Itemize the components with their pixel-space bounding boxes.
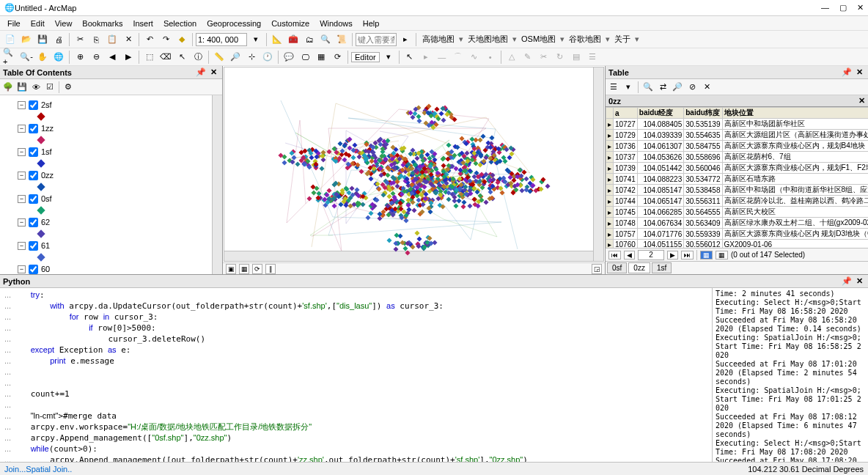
add-data-icon[interactable]: ◆ bbox=[174, 32, 189, 47]
map-point[interactable] bbox=[312, 191, 317, 196]
expand-icon[interactable]: − bbox=[18, 242, 26, 250]
layout-view-button[interactable]: ▦ bbox=[239, 264, 249, 274]
map-point[interactable] bbox=[332, 204, 337, 209]
map-point[interactable] bbox=[377, 186, 382, 191]
map-point[interactable] bbox=[355, 187, 360, 192]
map-point[interactable] bbox=[350, 185, 355, 191]
zoom-out-icon[interactable]: 🔍- bbox=[19, 50, 34, 65]
table-row[interactable]: ▸10739104.05144230.560046高新区大源寨东商业核心区内，规… bbox=[606, 163, 869, 174]
rotate-icon[interactable]: ↻ bbox=[553, 50, 567, 65]
map-point[interactable] bbox=[338, 202, 343, 207]
map-point[interactable] bbox=[455, 145, 460, 150]
map-point[interactable] bbox=[476, 203, 481, 208]
map-point[interactable] bbox=[454, 204, 459, 209]
map-point[interactable] bbox=[412, 207, 417, 213]
map-point[interactable] bbox=[356, 155, 361, 160]
table-row[interactable]: ▸10748104.06763430.563409高新区绿水康办双土村二组、十组… bbox=[606, 218, 869, 229]
layer-0sf[interactable]: −0sf bbox=[0, 192, 222, 205]
reshape-icon[interactable]: ✎ bbox=[521, 50, 535, 65]
close-pane-icon[interactable]: ✕ bbox=[208, 67, 219, 77]
show-all-button[interactable]: ▦ bbox=[700, 251, 713, 259]
data-view-button[interactable]: ▣ bbox=[226, 264, 236, 274]
show-selected-button[interactable]: ▦ bbox=[716, 251, 728, 259]
layer-62[interactable]: −62 bbox=[0, 216, 222, 229]
cut-icon[interactable]: ✂ bbox=[73, 32, 87, 47]
map-point[interactable] bbox=[439, 111, 444, 117]
zoom-in-icon[interactable]: 🔍+ bbox=[3, 50, 18, 65]
maximize-button[interactable]: ▢ bbox=[839, 3, 847, 12]
table-close-icon[interactable]: ✕ bbox=[854, 67, 865, 77]
refresh-view-button[interactable]: ⟳ bbox=[252, 264, 262, 274]
sketch-props-icon[interactable]: ☰ bbox=[585, 50, 600, 65]
python-code-area[interactable]: ... try: ... with arcpy.da.UpdateCursor(… bbox=[0, 288, 713, 462]
table-delete-icon[interactable]: ✕ bbox=[700, 81, 713, 94]
layer-checkbox[interactable] bbox=[29, 100, 38, 110]
map-point[interactable] bbox=[306, 196, 312, 201]
attributes-icon[interactable]: ▤ bbox=[569, 50, 584, 65]
measure-icon[interactable]: 📏 bbox=[212, 50, 227, 65]
map-canvas[interactable] bbox=[224, 67, 604, 262]
nav-page-input[interactable] bbox=[638, 250, 664, 260]
map-point[interactable] bbox=[545, 184, 550, 189]
row-selector[interactable]: ▸ bbox=[606, 185, 614, 196]
bottom-tab-0sf[interactable]: 0sf bbox=[607, 262, 627, 273]
map-point[interactable] bbox=[477, 138, 482, 143]
col-header[interactable] bbox=[606, 108, 614, 119]
map-point[interactable] bbox=[358, 169, 364, 174]
layer-checkbox[interactable] bbox=[29, 241, 38, 251]
table-grid[interactable]: abaidu经度baidu纬度地块位置▸10727104.08840530.53… bbox=[606, 107, 868, 248]
mapservice-OSM地图[interactable]: OSM地图 bbox=[518, 34, 559, 43]
mapservice-天地图地图[interactable]: 天地图地图 bbox=[465, 34, 511, 43]
map-scrollbar-v[interactable] bbox=[593, 67, 603, 261]
fixed-zoom-out-icon[interactable]: ⊖ bbox=[89, 50, 103, 65]
expand-icon[interactable]: − bbox=[18, 172, 26, 180]
map-point[interactable] bbox=[366, 150, 371, 155]
layer-0zz[interactable]: −0zz bbox=[0, 169, 222, 182]
layer-2sf[interactable]: −2sf bbox=[0, 98, 222, 111]
menu-file[interactable]: File bbox=[3, 18, 25, 29]
map-point[interactable] bbox=[523, 176, 529, 181]
goto-xy-icon[interactable]: ⊹ bbox=[244, 50, 259, 65]
python-pin-icon[interactable]: 📌 bbox=[839, 276, 854, 286]
mapservice-高德地图[interactable]: 高德地图 bbox=[419, 34, 457, 43]
map-point[interactable] bbox=[452, 117, 457, 122]
select-features-icon[interactable]: ⬚ bbox=[142, 50, 157, 65]
find-go-icon[interactable]: ▸ bbox=[398, 32, 413, 47]
table-switch-selection-icon[interactable]: ⇄ bbox=[656, 81, 669, 94]
list-by-drawing-icon[interactable]: 🌳 bbox=[1, 81, 15, 94]
delete-icon[interactable]: ✕ bbox=[121, 32, 136, 47]
col-header[interactable]: baidu经度 bbox=[637, 108, 683, 119]
map-point[interactable] bbox=[410, 199, 415, 205]
layer-1zz[interactable]: −1zz bbox=[0, 122, 222, 135]
map-point[interactable] bbox=[347, 137, 353, 142]
map-point[interactable] bbox=[519, 188, 524, 193]
row-selector[interactable]: ▸ bbox=[606, 218, 614, 229]
redo-icon[interactable]: ↷ bbox=[158, 32, 173, 47]
editor-toolbar-icon[interactable]: 📐 bbox=[270, 32, 284, 47]
map-point[interactable] bbox=[414, 230, 419, 235]
scale-dropdown-icon[interactable]: ▾ bbox=[249, 32, 263, 47]
map-point[interactable] bbox=[353, 142, 358, 147]
paste-icon[interactable]: 📋 bbox=[105, 32, 119, 47]
row-selector[interactable]: ▸ bbox=[606, 152, 614, 163]
map-point[interactable] bbox=[416, 244, 421, 249]
map-point[interactable] bbox=[446, 142, 451, 147]
table-pin-icon[interactable]: 📌 bbox=[839, 67, 854, 77]
col-header[interactable]: 地块位置 bbox=[722, 108, 868, 119]
editor-menu-label[interactable]: Editor bbox=[351, 52, 380, 62]
table-row[interactable]: ▸10736104.06130730.584755高新区大源寨东商业核心区内，规… bbox=[606, 141, 869, 152]
menu-windows[interactable]: Windows bbox=[315, 18, 357, 29]
save-icon[interactable]: 💾 bbox=[35, 32, 50, 47]
map-point[interactable] bbox=[342, 157, 347, 162]
scale-input[interactable] bbox=[196, 33, 247, 46]
table-row[interactable]: ▸10757104.07177630.559339高新区大源寨东商业核心区内 规… bbox=[606, 229, 869, 240]
menu-view[interactable]: View bbox=[51, 18, 77, 29]
toc-tree[interactable]: −2sf−1zz−1sf−0zz−0sf−62−61−60−59−58−57 bbox=[0, 95, 222, 274]
find-input[interactable] bbox=[356, 33, 397, 46]
sketch-icon[interactable]: ▸ bbox=[419, 50, 433, 65]
map-point[interactable] bbox=[441, 163, 446, 168]
map-point[interactable] bbox=[411, 245, 416, 250]
undo-icon[interactable]: ↶ bbox=[142, 32, 157, 47]
toolbox-icon[interactable]: 🧰 bbox=[286, 32, 301, 47]
map-point[interactable] bbox=[503, 158, 508, 163]
